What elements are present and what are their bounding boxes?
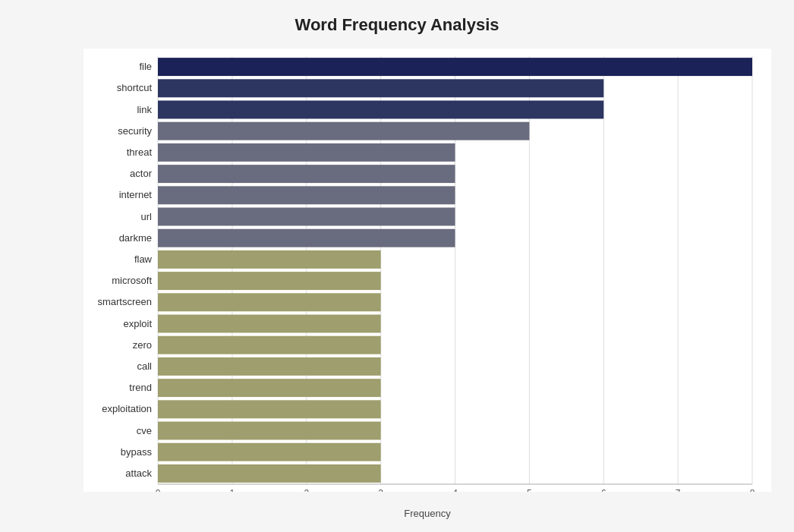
svg-text:darkme: darkme — [119, 232, 152, 244]
svg-text:shortcut: shortcut — [117, 82, 153, 93]
svg-rect-29 — [158, 165, 455, 183]
svg-rect-47 — [158, 357, 381, 376]
svg-text:internet: internet — [119, 189, 153, 200]
svg-rect-55 — [158, 443, 381, 461]
svg-rect-49 — [158, 379, 381, 397]
svg-text:zero: zero — [133, 339, 152, 351]
bar-chart-svg: 012345678fileshortcutlinksecuritythreata… — [83, 49, 771, 492]
svg-rect-39 — [158, 272, 381, 290]
chart-container: Word Frequency Analysis 012345678filesho… — [0, 0, 794, 532]
svg-rect-27 — [158, 143, 455, 162]
svg-text:flaw: flaw — [134, 253, 153, 265]
svg-text:threat: threat — [127, 146, 153, 158]
svg-text:bypass: bypass — [121, 446, 153, 458]
svg-text:exploitation: exploitation — [102, 403, 152, 414]
svg-rect-41 — [158, 293, 381, 311]
svg-rect-35 — [158, 229, 455, 247]
svg-text:trend: trend — [129, 382, 152, 393]
svg-rect-21 — [158, 79, 603, 97]
svg-text:call: call — [137, 360, 152, 372]
chart-title: Word Frequency Analysis — [23, 15, 771, 35]
svg-text:file: file — [139, 61, 152, 72]
svg-rect-53 — [158, 422, 381, 440]
svg-rect-31 — [158, 186, 455, 204]
svg-rect-25 — [158, 122, 529, 140]
svg-rect-45 — [158, 336, 381, 354]
svg-text:actor: actor — [130, 168, 153, 179]
svg-text:exploit: exploit — [123, 318, 152, 329]
svg-text:microsoft: microsoft — [112, 275, 152, 286]
x-axis-label: Frequency — [83, 508, 771, 519]
svg-rect-19 — [158, 58, 752, 76]
svg-text:link: link — [137, 104, 152, 115]
svg-rect-37 — [158, 250, 381, 269]
svg-text:smartscreen: smartscreen — [97, 296, 152, 307]
svg-rect-51 — [158, 400, 381, 418]
svg-text:url: url — [141, 211, 153, 222]
svg-rect-43 — [158, 315, 381, 333]
svg-text:cve: cve — [137, 425, 152, 436]
svg-text:security: security — [118, 125, 152, 137]
svg-rect-33 — [158, 208, 455, 226]
svg-rect-23 — [158, 101, 603, 119]
